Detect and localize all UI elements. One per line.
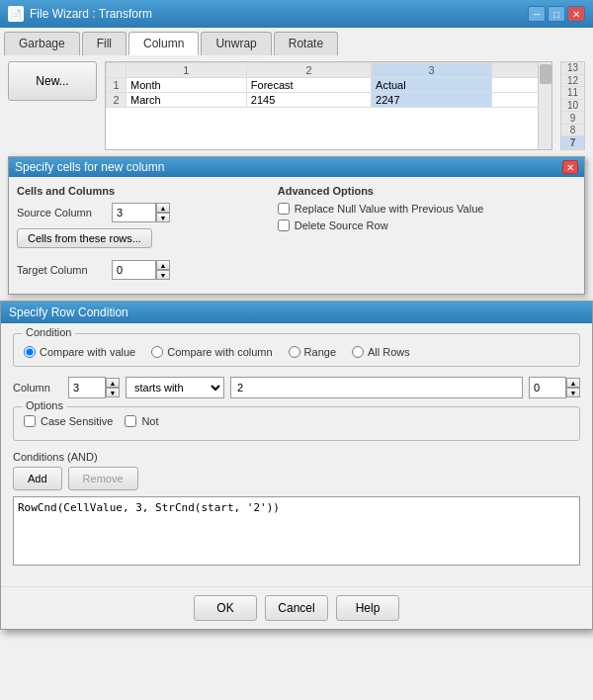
column-input[interactable]	[68, 377, 106, 398]
title-bar-left: 📄 File Wizard : Transform	[8, 6, 152, 22]
right-num-12: 12	[561, 75, 584, 88]
tab-garbage[interactable]: Garbage	[4, 32, 80, 55]
replace-null-row: Replace Null Value with Previous Value	[278, 203, 576, 215]
delete-source-checkbox[interactable]	[278, 219, 290, 231]
cells-rows-button[interactable]: Cells from these rows...	[17, 228, 152, 248]
scroll-thumb[interactable]	[540, 64, 551, 84]
delete-source-label: Delete Source Row	[295, 219, 388, 231]
cells-columns-label: Cells and Columns	[17, 185, 266, 197]
sheet-table: 1 2 3 1 Month Forecast Actual	[106, 62, 551, 108]
tab-fill[interactable]: Fill	[82, 32, 127, 55]
spreadsheet-preview: 1 2 3 1 Month Forecast Actual	[105, 61, 552, 150]
corner-header	[107, 63, 127, 78]
replace-null-label: Replace Null Value with Previous Value	[295, 203, 484, 215]
radio-compare-column-input[interactable]	[151, 346, 163, 358]
row-num-2: 2	[107, 93, 127, 108]
remove-button[interactable]: Remove	[68, 467, 138, 490]
table-row: 2 March 2145 2247	[107, 93, 551, 108]
source-column-down-btn[interactable]: ▼	[156, 213, 170, 222]
scroll-bar[interactable]	[538, 62, 551, 149]
minimize-button[interactable]: ─	[528, 6, 546, 22]
col-header-3: 3	[372, 63, 492, 78]
radio-compare-value-input[interactable]	[24, 346, 36, 358]
condition-group-title: Condition	[22, 326, 75, 338]
cell-actual-header: Actual	[372, 78, 492, 93]
main-window: Garbage Fill Column Unwrap Rotate New...…	[0, 28, 593, 700]
col-header-2: 2	[246, 63, 371, 78]
column-spinner: ▲ ▼	[68, 377, 120, 398]
radio-all-rows-label: All Rows	[368, 346, 410, 358]
radio-all-rows-input[interactable]	[352, 346, 364, 358]
bottom-btn-row: OK Cancel Help	[1, 586, 592, 629]
conditions-and-section: Conditions (AND) Add Remove	[13, 451, 580, 569]
add-button[interactable]: Add	[13, 467, 62, 490]
specify-cells-dialog-container: Specify cells for new column ✕ Cells and…	[8, 156, 585, 295]
target-column-row: Target Column ▲ ▼	[17, 260, 266, 280]
specify-cells-title-bar: Specify cells for new column ✕	[9, 157, 584, 177]
not-row: Not	[125, 415, 158, 427]
right-nums: 13 12 11 10 9 8 7	[560, 61, 585, 150]
source-column-spinner: ▲ ▼	[112, 203, 170, 222]
not-checkbox[interactable]	[125, 415, 136, 427]
replace-null-checkbox[interactable]	[278, 203, 290, 215]
column-down-btn[interactable]: ▼	[106, 388, 120, 397]
right-spinner: ▲ ▼	[529, 377, 580, 398]
table-row: 1 Month Forecast Actual	[107, 78, 551, 93]
radio-range: Range	[289, 346, 336, 358]
close-button[interactable]: ✕	[567, 6, 585, 22]
cancel-button[interactable]: Cancel	[265, 595, 328, 621]
column-field-label: Column	[13, 382, 62, 394]
tab-column[interactable]: Column	[128, 32, 199, 55]
right-num-8: 8	[561, 125, 584, 137]
right-num-10: 10	[561, 100, 584, 113]
maximize-button[interactable]: □	[548, 6, 565, 22]
right-down-btn[interactable]: ▼	[566, 388, 580, 397]
source-column-input[interactable]	[112, 203, 156, 222]
row-cond-title-bar: Specify Row Condition	[1, 302, 592, 323]
row-condition-dialog: Specify Row Condition Condition Compare …	[0, 301, 593, 630]
target-column-input[interactable]	[112, 260, 156, 280]
column-up-btn[interactable]: ▲	[106, 378, 120, 388]
cell-month: Month	[127, 78, 247, 93]
row-cond-title-text: Specify Row Condition	[9, 306, 128, 319]
right-num-13: 13	[561, 62, 584, 75]
conditions-textarea[interactable]	[13, 496, 580, 566]
tab-unwrap[interactable]: Unwrap	[201, 32, 271, 55]
radio-compare-column: Compare with column	[151, 346, 272, 358]
right-num-9: 9	[561, 112, 584, 125]
radio-range-input[interactable]	[289, 346, 300, 358]
cells-columns-section: Cells and Columns Source Column ▲ ▼ Cell	[17, 185, 266, 286]
title-text: File Wizard : Transform	[30, 7, 152, 21]
value-input[interactable]	[230, 377, 523, 398]
right-num-7: 7	[561, 136, 584, 149]
source-column-label: Source Column	[17, 207, 106, 219]
options-group-title: Options	[22, 399, 67, 411]
specify-cells-body: Cells and Columns Source Column ▲ ▼ Cell	[17, 185, 576, 286]
app-icon: 📄	[8, 6, 24, 22]
help-button[interactable]: Help	[336, 595, 399, 621]
source-column-up-btn[interactable]: ▲	[156, 203, 170, 213]
options-row: Case Sensitive Not	[24, 415, 569, 432]
ok-button[interactable]: OK	[194, 595, 257, 621]
tab-rotate[interactable]: Rotate	[274, 32, 338, 55]
case-sensitive-checkbox[interactable]	[24, 415, 36, 427]
target-column-down-btn[interactable]: ▼	[156, 270, 170, 280]
source-column-row: Source Column ▲ ▼	[17, 203, 266, 222]
specify-cells-close-btn[interactable]: ✕	[562, 160, 578, 174]
specify-cells-dialog: Specify cells for new column ✕ Cells and…	[8, 156, 585, 295]
radio-all-rows: All Rows	[352, 346, 410, 358]
right-spinner-input[interactable]	[529, 377, 566, 398]
target-column-up-btn[interactable]: ▲	[156, 260, 170, 270]
new-button[interactable]: New...	[8, 61, 97, 101]
source-column-spin-btns: ▲ ▼	[156, 203, 170, 222]
right-up-btn[interactable]: ▲	[566, 378, 580, 388]
col-header-1: 1	[127, 63, 247, 78]
cell-forecast: Forecast	[246, 78, 371, 93]
options-group: Options Case Sensitive Not	[13, 406, 580, 441]
row-num-1: 1	[107, 78, 127, 93]
case-sensitive-row: Case Sensitive	[24, 415, 113, 427]
not-label: Not	[141, 415, 158, 427]
condition-dropdown[interactable]: starts with ends with contains equals no…	[126, 377, 224, 398]
case-sensitive-label: Case Sensitive	[41, 415, 113, 427]
delete-source-row: Delete Source Row	[278, 219, 576, 231]
